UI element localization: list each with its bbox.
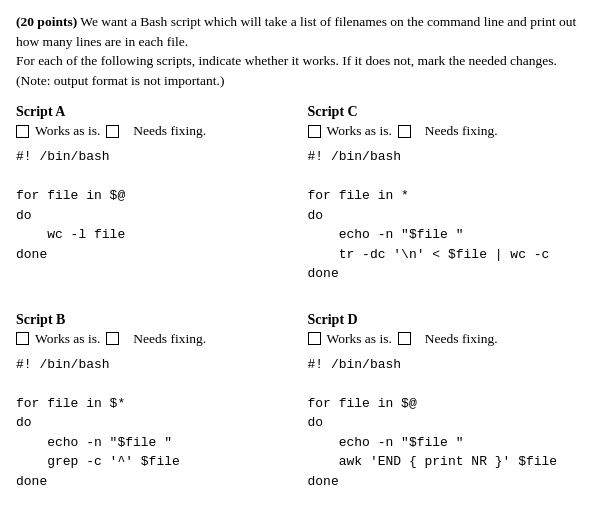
script-b-needs-checkbox[interactable] [106,332,119,345]
script-a-needs-label: Needs fixing. [133,123,206,139]
script-a-works-label: Works as is. [35,123,100,139]
script-d-works-label: Works as is. [327,331,392,347]
script-b-works-checkbox[interactable] [16,332,29,345]
script-b-code: #! /bin/bash for file in $* do echo -n "… [16,355,288,492]
script-c-works-checkbox[interactable] [308,125,321,138]
script-a-title: Script A [16,104,288,120]
script-a-code: #! /bin/bash for file in $@ do wc -l fil… [16,147,288,264]
script-d-title: Script D [308,312,580,328]
script-c-works-label: Works as is. [327,123,392,139]
script-b-works-label: Works as is. [35,331,100,347]
script-d-needs-checkbox[interactable] [398,332,411,345]
script-block-a: Script A Works as is. Needs fixing. #! /… [16,104,288,284]
script-c-needs-checkbox[interactable] [398,125,411,138]
script-b-title: Script B [16,312,288,328]
script-d-works-checkbox[interactable] [308,332,321,345]
script-c-code: #! /bin/bash for file in * do echo -n "$… [308,147,580,284]
points-label: (20 points) [16,14,77,29]
script-c-title: Script C [308,104,580,120]
script-block-c: Script C Works as is. Needs fixing. #! /… [308,104,580,284]
instructions-block: (20 points) We want a Bash script which … [16,12,579,90]
instructions-text: (20 points) We want a Bash script which … [16,12,579,90]
scripts-grid: Script A Works as is. Needs fixing. #! /… [16,104,579,507]
script-a-needs-checkbox[interactable] [106,125,119,138]
script-c-works-row: Works as is. Needs fixing. [308,123,580,139]
script-b-needs-label: Needs fixing. [133,331,206,347]
script-c-needs-label: Needs fixing. [425,123,498,139]
script-d-needs-label: Needs fixing. [425,331,498,347]
script-a-works-row: Works as is. Needs fixing. [16,123,288,139]
script-d-code: #! /bin/bash for file in $@ do echo -n "… [308,355,580,492]
script-a-works-checkbox[interactable] [16,125,29,138]
script-block-b: Script B Works as is. Needs fixing. #! /… [16,312,288,492]
script-block-d: Script D Works as is. Needs fixing. #! /… [308,312,580,492]
script-d-works-row: Works as is. Needs fixing. [308,331,580,347]
script-b-works-row: Works as is. Needs fixing. [16,331,288,347]
